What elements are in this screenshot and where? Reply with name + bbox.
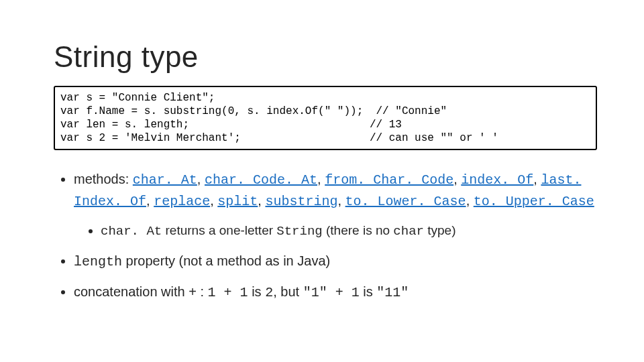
bullet-length: length property (not a method as in Java… xyxy=(74,251,597,272)
link-toUpperCase[interactable]: to. Upper. Case xyxy=(474,194,594,209)
text-length: property (not a method as in Java) xyxy=(122,253,330,268)
concat-pre: concatenation with + : xyxy=(74,284,208,299)
sub-bullet-list: char. At returns a one-letter String (th… xyxy=(74,221,597,241)
link-replace[interactable]: replace xyxy=(154,194,210,209)
link-charAt[interactable]: char. At xyxy=(133,172,197,188)
concat-mid1: is xyxy=(248,284,266,299)
code-length: length xyxy=(74,254,122,269)
code-block: var s = "Connie Client"; var f.Name = s.… xyxy=(54,86,597,150)
concat-mid2: , but xyxy=(273,284,303,299)
concat-c1: 1 + 1 xyxy=(208,285,248,300)
concat-c4: "11" xyxy=(376,285,409,300)
bullet-methods: methods: char. At, char. Code. At, from.… xyxy=(74,169,597,241)
bullet-concat: concatenation with + : 1 + 1 is 2, but "… xyxy=(74,282,597,303)
link-split[interactable]: split xyxy=(217,194,258,209)
concat-c2: 2 xyxy=(265,285,273,300)
text-tail2: type) xyxy=(424,223,456,237)
code-String: String xyxy=(276,224,322,239)
link-fromCharCode[interactable]: from. Char. Code xyxy=(325,172,453,188)
bullet-charat-note: char. At returns a one-letter String (th… xyxy=(101,221,597,241)
slide-title: String type xyxy=(54,40,597,74)
slide: String type var s = "Connie Client"; var… xyxy=(0,0,644,303)
text-mid: returns a one-letter xyxy=(162,223,276,237)
text-tail: (there is no xyxy=(323,223,394,237)
link-indexOf[interactable]: index. Of xyxy=(461,172,533,188)
link-charCodeAt[interactable]: char. Code. At xyxy=(205,172,317,188)
bullet-list: methods: char. At, char. Code. At, from.… xyxy=(54,169,597,303)
link-substring[interactable]: substring xyxy=(265,194,337,209)
link-toLowerCase[interactable]: to. Lower. Case xyxy=(345,194,466,209)
code-charAt: char. At xyxy=(101,224,162,239)
methods-prefix: methods: xyxy=(74,172,133,186)
concat-mid3: is xyxy=(360,284,377,299)
code-char: char xyxy=(393,224,424,239)
concat-c3: "1" + 1 xyxy=(303,285,360,300)
